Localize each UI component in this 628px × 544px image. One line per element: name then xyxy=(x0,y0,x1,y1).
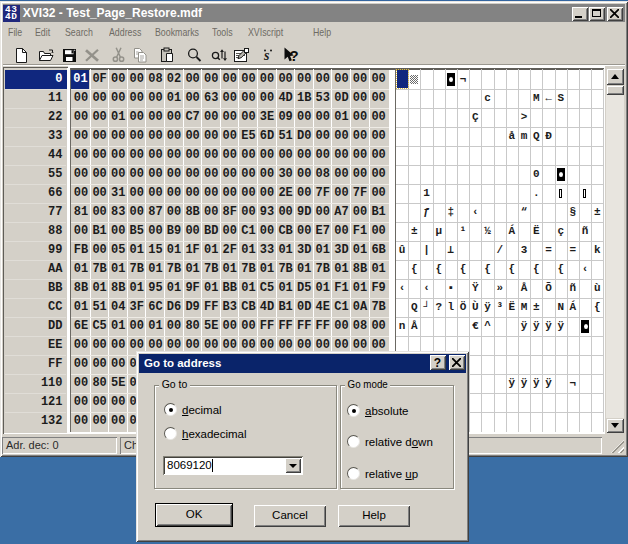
svg-text:?: ? xyxy=(290,47,299,64)
